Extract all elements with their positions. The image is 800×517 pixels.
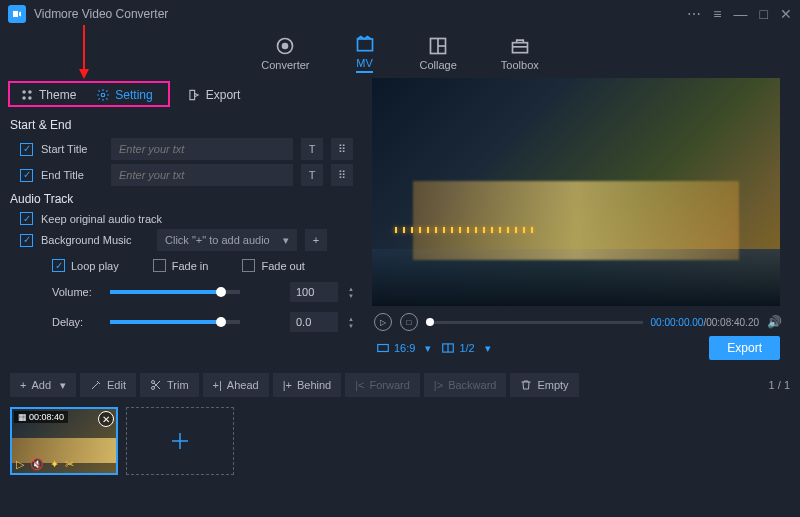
forward-button[interactable]: |<Forward [345, 373, 420, 397]
delay-value[interactable]: 0.0 [290, 312, 338, 332]
wand-icon [90, 379, 102, 391]
svg-point-10 [22, 90, 26, 94]
menu-icon[interactable]: ≡ [713, 6, 721, 22]
clip-play-icon[interactable]: ▷ [16, 458, 24, 471]
bg-music-dropdown[interactable]: Click "+" to add audio▾ [157, 229, 297, 251]
app-title: Vidmore Video Converter [34, 7, 168, 21]
maximize-icon[interactable]: □ [760, 6, 768, 22]
start-title-label: Start Title [41, 143, 103, 155]
delay-label: Delay: [52, 316, 100, 328]
svg-point-1 [283, 44, 288, 49]
nav-collage[interactable]: Collage [420, 35, 457, 71]
svg-point-12 [22, 96, 26, 100]
split-selector[interactable]: 1/2▾ [441, 341, 490, 355]
start-title-layout-button[interactable]: ⠿ [331, 138, 353, 160]
clips-bar: ▦ 00:08:40 ✕ ▷ 🔇 ✦ ✂ [0, 400, 800, 482]
nav-converter[interactable]: Converter [261, 35, 309, 71]
aspect-icon [376, 341, 390, 355]
loop-checkbox[interactable] [52, 259, 65, 272]
edit-button[interactable]: Edit [80, 373, 136, 397]
bg-music-checkbox[interactable] [20, 234, 33, 247]
svg-point-19 [151, 387, 154, 390]
volume-label: Volume: [52, 286, 100, 298]
start-title-input[interactable] [111, 138, 293, 160]
empty-button[interactable]: Empty [510, 373, 578, 397]
close-icon[interactable]: ✕ [780, 6, 792, 22]
start-title-font-button[interactable]: T [301, 138, 323, 160]
delay-down[interactable]: ▼ [348, 323, 354, 329]
settings-panel: Theme Setting Export Start & End Start T… [0, 78, 368, 364]
play-button[interactable]: ▷ [374, 313, 392, 331]
keep-original-checkbox[interactable] [20, 212, 33, 225]
minimize-icon[interactable]: — [734, 6, 748, 22]
svg-point-18 [151, 381, 154, 384]
volume-up[interactable]: ▲ [348, 286, 354, 292]
gear-icon [96, 88, 110, 102]
toolbox-icon [509, 35, 531, 57]
audio-heading: Audio Track [10, 192, 358, 206]
backward-button[interactable]: |>Backward [424, 373, 507, 397]
fade-in-checkbox[interactable] [153, 259, 166, 272]
tab-export[interactable]: Export [177, 84, 251, 106]
nav-mv[interactable]: MV [354, 33, 376, 73]
behind-button[interactable]: |+Behind [273, 373, 342, 397]
stop-button[interactable]: □ [400, 313, 418, 331]
titlebar: Vidmore Video Converter ⋯ ≡ — □ ✕ [0, 0, 800, 28]
add-button[interactable]: +Add▾ [10, 373, 76, 397]
tab-setting[interactable]: Setting [86, 84, 162, 106]
time-display: 00:00:00.00/00:08:40.20 [651, 317, 759, 328]
start-end-heading: Start & End [10, 118, 358, 132]
export-button[interactable]: Export [709, 336, 780, 360]
keep-original-label: Keep original audio track [41, 213, 162, 225]
ahead-button[interactable]: +|Ahead [203, 373, 269, 397]
add-clip-button[interactable] [126, 407, 234, 475]
clip-mute-icon[interactable]: 🔇 [30, 458, 44, 471]
plus-icon [168, 429, 192, 453]
aspect-selector[interactable]: 16:9▾ [376, 341, 431, 355]
nav-toolbox[interactable]: Toolbox [501, 35, 539, 71]
svg-rect-2 [357, 39, 372, 51]
trash-icon [520, 379, 532, 391]
end-title-checkbox[interactable] [20, 169, 33, 182]
volume-value[interactable]: 100 [290, 282, 338, 302]
volume-slider[interactable] [110, 290, 240, 294]
progress-bar[interactable] [426, 321, 643, 324]
clip-toolbar: +Add▾ Edit Trim +|Ahead |+Behind |<Forwa… [0, 370, 800, 400]
scissors-icon [150, 379, 162, 391]
delay-up[interactable]: ▲ [348, 316, 354, 322]
main-nav: Converter MV Collage Toolbox [0, 28, 800, 78]
app-logo [8, 5, 26, 23]
start-title-checkbox[interactable] [20, 143, 33, 156]
export-icon [187, 88, 201, 102]
clip-duration-badge: ▦ 00:08:40 [14, 411, 68, 423]
collage-icon [427, 35, 449, 57]
svg-point-13 [28, 96, 32, 100]
fade-out-checkbox[interactable] [242, 259, 255, 272]
svg-rect-15 [378, 345, 389, 352]
bg-music-label: Background Music [41, 234, 149, 246]
end-title-font-button[interactable]: T [301, 164, 323, 186]
clip-trim-icon[interactable]: ✂ [65, 458, 74, 471]
volume-down[interactable]: ▼ [348, 293, 354, 299]
converter-icon [274, 35, 296, 57]
end-title-input[interactable] [111, 164, 293, 186]
page-indicator: 1 / 1 [769, 379, 790, 391]
trim-button[interactable]: Trim [140, 373, 199, 397]
clip-remove-button[interactable]: ✕ [98, 411, 114, 427]
feedback-icon[interactable]: ⋯ [687, 6, 701, 22]
svg-point-14 [102, 93, 106, 97]
add-audio-button[interactable]: + [305, 229, 327, 251]
svg-point-11 [28, 90, 32, 94]
split-icon [441, 341, 455, 355]
volume-icon[interactable]: 🔊 [767, 315, 782, 329]
video-preview [372, 78, 780, 306]
end-title-label: End Title [41, 169, 103, 181]
clip-edit-icon[interactable]: ✦ [50, 458, 59, 471]
delay-slider[interactable] [110, 320, 240, 324]
end-title-layout-button[interactable]: ⠿ [331, 164, 353, 186]
theme-icon [20, 88, 34, 102]
tab-theme[interactable]: Theme [10, 84, 86, 106]
mv-icon [354, 33, 376, 55]
clip-thumbnail[interactable]: ▦ 00:08:40 ✕ ▷ 🔇 ✦ ✂ [10, 407, 118, 475]
